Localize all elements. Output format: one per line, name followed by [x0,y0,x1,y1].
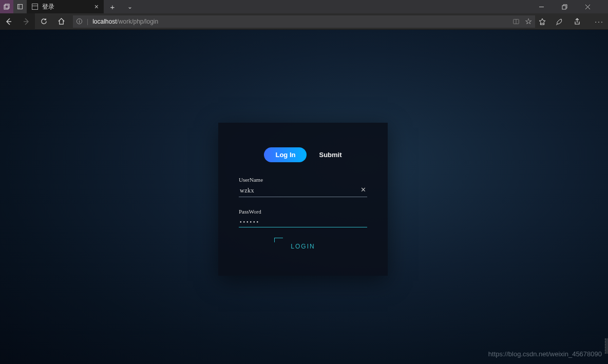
password-input[interactable] [239,217,367,227]
login-card: Log In Submit UserName ✕ PassWord LOGIN [218,123,388,276]
password-label: PassWord [239,208,367,215]
tab-menu-button[interactable]: ⌄ [121,3,139,10]
refresh-button[interactable] [35,13,52,30]
window-titlebar: 登录 × + ⌄ [0,0,608,13]
submit-tab[interactable]: Submit [319,151,341,159]
notes-button[interactable] [556,17,573,26]
favorites-button[interactable] [538,17,556,26]
page-icon [32,4,38,10]
maximize-button[interactable] [562,4,585,10]
page-content: Log In Submit UserName ✕ PassWord LOGIN … [0,30,608,364]
browser-tab[interactable]: 登录 × [27,0,104,13]
favorite-icon[interactable]: ☆ [525,16,532,26]
info-icon[interactable] [76,18,83,25]
close-icon[interactable]: × [94,3,99,11]
back-button[interactable] [0,13,17,30]
new-tab-button[interactable]: + [104,3,121,11]
url-input[interactable]: | localhost/work/php/login ☆ [73,15,535,28]
set-aside-tabs-button[interactable] [13,0,27,13]
minimize-button[interactable] [539,4,562,10]
share-button[interactable] [573,17,591,26]
svg-rect-1 [5,4,9,8]
svg-rect-2 [18,5,23,9]
login-button[interactable]: LOGIN [281,240,324,253]
watermark-text: https://blog.csdn.net/weixin_45678090 [488,350,602,358]
svg-rect-5 [562,6,566,9]
scroll-indicator[interactable] [605,338,608,354]
username-label: UserName [239,177,367,183]
svg-rect-0 [4,5,8,9]
forward-button[interactable] [17,13,35,30]
home-button[interactable] [52,13,70,30]
close-window-button[interactable] [585,4,608,10]
address-bar: | localhost/work/php/login ☆ ··· [0,13,608,30]
tab-preview-button[interactable] [0,0,13,13]
clear-icon[interactable]: ✕ [360,186,366,194]
username-input[interactable] [239,185,367,197]
tab-title: 登录 [42,3,54,11]
url-text: localhost/work/php/login [92,18,158,25]
svg-point-11 [79,20,80,20]
svg-line-16 [556,24,557,25]
more-button[interactable]: ··· [591,17,608,26]
login-tab[interactable]: Log In [264,147,307,162]
reading-view-icon[interactable] [512,18,520,25]
